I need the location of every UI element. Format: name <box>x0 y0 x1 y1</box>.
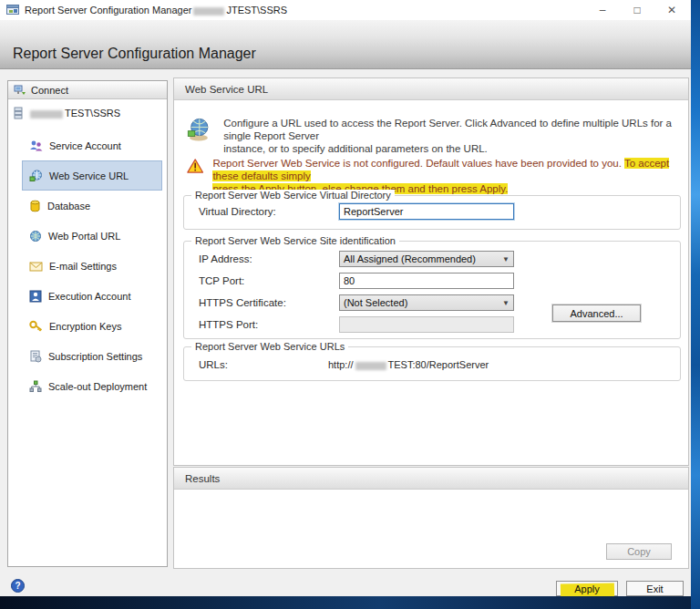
ip-address-select[interactable]: All Assigned (Recommended) ▼ <box>339 251 514 267</box>
sidebar-item-database[interactable]: Database <box>22 191 162 221</box>
email-settings-icon <box>29 261 43 272</box>
subscription-settings-icon <box>29 350 42 363</box>
virtual-directory-label: Virtual Directory: <box>199 206 276 217</box>
copy-button[interactable]: Copy <box>606 543 672 560</box>
maximize-button[interactable]: □ <box>620 0 654 20</box>
https-port-input <box>339 316 514 333</box>
window-controls: – □ ✕ <box>585 0 689 20</box>
https-certificate-select[interactable]: (Not Selected) ▼ <box>339 294 514 311</box>
chevron-down-icon: ▼ <box>502 299 510 307</box>
warning-icon <box>187 157 203 175</box>
urls-label: URLs: <box>199 359 228 370</box>
sidebar-item-scale-out-deployment[interactable]: Scale-out Deployment <box>22 371 162 401</box>
scale-out-deployment-icon <box>29 380 42 393</box>
https-port-label: HTTPS Port: <box>199 319 258 330</box>
urls-group-title: Report Server Web Service URLs <box>191 341 348 352</box>
ip-address-label: IP Address: <box>199 253 252 264</box>
minimize-button[interactable]: – <box>585 0 620 20</box>
site-identification-group: Report Server Web Service Site identific… <box>183 241 681 339</box>
exit-button[interactable]: Exit <box>626 581 684 596</box>
redacted-server-name <box>193 7 224 15</box>
https-certificate-label: HTTPS Certificate: <box>199 297 286 308</box>
title-bar: Report Server Configuration ManagerJTEST… <box>0 0 691 20</box>
sidebar-item-web-service-url[interactable]: Web Service URL <box>22 160 162 191</box>
window-title: Report Server Configuration ManagerJTEST… <box>25 0 287 20</box>
sidebar-item-web-portal-url[interactable]: Web Portal URL <box>22 221 162 251</box>
virtual-directory-group: Report Server Web Service Virtual Direct… <box>183 195 681 230</box>
main-panel: Web Service URL Configure a URL used to … <box>173 77 689 466</box>
sidebar-item-service-account[interactable]: Service Account <box>22 130 162 160</box>
sidebar-item-encryption-keys[interactable]: Encryption Keys <box>22 311 162 341</box>
virtual-directory-input[interactable] <box>339 203 514 220</box>
tcp-port-input[interactable] <box>339 273 514 289</box>
chevron-down-icon: ▼ <box>502 255 510 263</box>
svg-text:?: ? <box>15 581 20 591</box>
site-identification-group-title: Report Server Web Service Site identific… <box>191 235 399 246</box>
app-window: Report Server Configuration ManagerJTEST… <box>0 0 691 609</box>
help-icon[interactable]: ? <box>11 579 25 593</box>
app-icon <box>6 4 19 16</box>
execution-account-icon <box>29 290 42 303</box>
page-title: Report Server Configuration Manager <box>13 46 256 62</box>
desktop-background <box>691 0 700 609</box>
description-row: Configure a URL used to access the Repor… <box>185 115 677 155</box>
server-node[interactable]: TEST\SSRS <box>14 107 120 119</box>
redacted-server-name <box>355 362 386 370</box>
report-server-url-link[interactable]: http://TEST:80/ReportServer <box>328 359 489 370</box>
tcp-port-label: TCP Port: <box>199 275 244 286</box>
web-portal-url-icon <box>29 230 42 243</box>
sidebar: Connect TEST\SSRS Service Account <box>7 80 168 567</box>
results-panel: Results Copy <box>173 467 689 569</box>
redacted-server-name <box>30 110 63 119</box>
app-header: Report Server Configuration Manager <box>0 20 691 69</box>
connect-header[interactable]: Connect <box>8 81 167 99</box>
apply-button[interactable]: Apply <box>556 581 618 596</box>
virtual-directory-group-title: Report Server Web Service Virtual Direct… <box>191 190 395 201</box>
advanced-button[interactable]: Advanced... <box>552 304 641 322</box>
database-icon <box>29 200 41 212</box>
urls-group: Report Server Web Service URLs URLs: htt… <box>183 346 681 381</box>
sidebar-nav: Service Account Web Service URL Database <box>8 130 167 401</box>
server-node-label: TEST\SSRS <box>65 108 120 119</box>
server-icon <box>14 107 24 119</box>
service-account-icon <box>29 139 43 152</box>
encryption-keys-icon <box>29 320 43 332</box>
web-service-url-icon <box>29 170 43 182</box>
close-button[interactable]: ✕ <box>654 0 689 20</box>
globe-icon <box>185 115 211 144</box>
sidebar-item-email-settings[interactable]: E-mail Settings <box>22 251 162 281</box>
sidebar-item-execution-account[interactable]: Execution Account <box>22 281 162 311</box>
bottom-band <box>0 596 691 609</box>
connect-icon <box>14 84 26 97</box>
sidebar-item-subscription-settings[interactable]: Subscription Settings <box>22 341 162 371</box>
connect-label: Connect <box>31 85 68 96</box>
results-title: Results <box>174 468 688 490</box>
panel-title: Web Service URL <box>174 78 688 100</box>
description-text: Configure a URL used to access the Repor… <box>223 115 677 155</box>
